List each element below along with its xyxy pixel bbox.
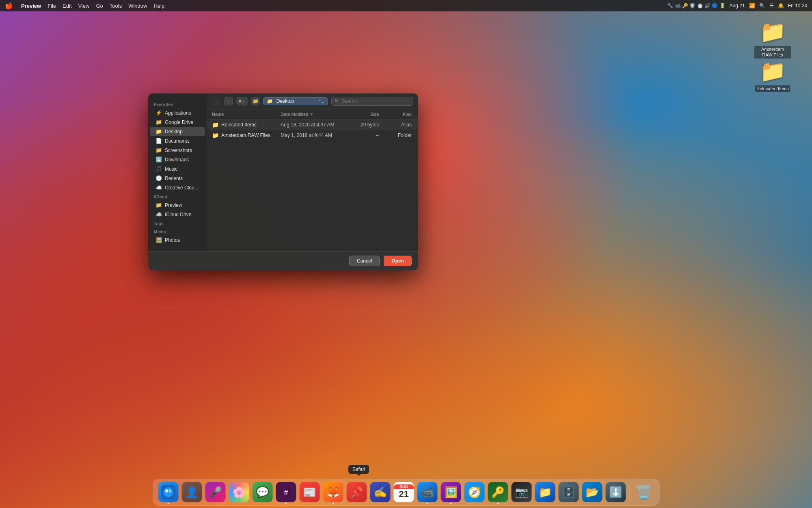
folder-path-icon: 📁: [253, 98, 259, 104]
dialog-toolbar: ‹ › ≡ ⌄ 📁 📁 Desktop ⌃⌄ 🔍: [207, 93, 418, 109]
dock-item-trash[interactable]: 🗑️: [633, 482, 654, 503]
downloads-icon: ⬇️: [155, 156, 162, 163]
dock-item-filerobot[interactable]: 📂: [582, 482, 603, 503]
column-size[interactable]: Size: [346, 112, 379, 117]
dock-item-safari[interactable]: 🧭: [464, 482, 485, 503]
sidebar-item-icloud-drive[interactable]: ☁️ iCloud Drive: [150, 210, 205, 219]
sidebar-item-applications[interactable]: ⚡ Applications: [150, 108, 205, 117]
amsterdam-folder-icon: 📁: [760, 20, 786, 44]
apple-menu[interactable]: 🍎: [5, 2, 13, 10]
sidebar-item-downloads[interactable]: ⬇️ Downloads: [150, 155, 205, 164]
calendar-icon: AUG 21: [394, 482, 414, 502]
dock-item-downloader[interactable]: ⬇️: [605, 482, 626, 503]
menubar: 🍎 Preview File Edit View Go Tools Window…: [0, 0, 812, 11]
column-date-modified[interactable]: Date Modified ▼: [277, 112, 346, 117]
svg-text:#: #: [284, 488, 288, 497]
open-button[interactable]: Open: [384, 256, 412, 266]
dock-item-firefox[interactable]: 🦊: [323, 482, 344, 503]
dropdown-chevron-icon: ⌃⌄: [318, 99, 324, 104]
menubar-file[interactable]: File: [48, 3, 56, 9]
sidebar-recents-label: Recents: [165, 176, 183, 181]
sidebar-music-label: Music: [165, 166, 177, 172]
dock-item-contacts[interactable]: 👤: [181, 482, 203, 503]
menubar-search-icon[interactable]: 🔍: [759, 3, 765, 9]
menubar-wifi-icon: 📶: [749, 3, 755, 9]
dock-item-photos[interactable]: 🌸: [229, 482, 250, 503]
preview-dock-icon: 🖼️: [441, 482, 461, 502]
dock-item-darkroom[interactable]: 📷: [511, 482, 532, 503]
dock-item-files[interactable]: 📁: [535, 482, 556, 503]
dock-item-preview[interactable]: 🖼️: [441, 482, 462, 503]
sidebar-item-screenshots[interactable]: 📁 Screenshots: [150, 145, 205, 155]
list-view-icon: ≡: [239, 99, 241, 104]
menubar-help[interactable]: Help: [153, 3, 164, 9]
dock-item-siri[interactable]: 🎤: [205, 482, 226, 503]
main-panel: ‹ › ≡ ⌄ 📁 📁 Desktop ⌃⌄ 🔍: [207, 93, 418, 251]
sidebar-item-recents[interactable]: 🕐 Recents: [150, 174, 205, 183]
back-button[interactable]: ‹: [212, 97, 221, 106]
search-icon: 🔍: [334, 99, 340, 104]
show-path-button[interactable]: 📁: [251, 97, 260, 106]
dock-item-taiko[interactable]: ✍️: [370, 482, 391, 503]
menubar-go[interactable]: Go: [96, 3, 103, 9]
dock-item-calendar[interactable]: AUG 21: [393, 482, 415, 503]
file-list-empty-space: [207, 141, 418, 222]
file-row-amsterdam[interactable]: 📁 Amsterdam RAW Files May 1, 2018 at 9:4…: [207, 130, 418, 141]
dock-item-slack[interactable]: #: [276, 482, 297, 503]
view-button[interactable]: ≡ ⌄: [236, 97, 248, 106]
dock-item-1password[interactable]: 🔑: [488, 482, 509, 503]
sidebar-item-desktop[interactable]: 📁 Desktop: [150, 127, 205, 136]
file-row-relocated-items[interactable]: 📁 Relocated Items Aug 18, 2020 at 4:37 A…: [207, 119, 418, 130]
search-input[interactable]: [331, 97, 413, 106]
menubar-tools[interactable]: Tools: [110, 3, 122, 9]
menubar-time: Fri 10:24: [788, 3, 807, 9]
sidebar-tags-label: Tags: [148, 219, 207, 227]
dock-item-news[interactable]: 📰: [299, 482, 320, 503]
desktop-icon-relocated[interactable]: 📁 Relocated Items: [754, 59, 791, 92]
contacts-icon: 👤: [182, 482, 202, 502]
location-dropdown[interactable]: 📁 Desktop ⌃⌄: [263, 97, 328, 105]
dock-item-pockity[interactable]: 📌: [346, 482, 367, 503]
amsterdam-folder-label: Amsterdam RAW Files: [754, 46, 791, 59]
sidebar-item-photos[interactable]: 🖼️ Photos: [150, 235, 205, 245]
menubar-edit[interactable]: Edit: [63, 3, 71, 9]
dock: 👤 🎤 🌸 💬 # 📰 🦊 📌 ✍️ AUG 21: [153, 479, 660, 506]
photos-dock-icon: 🌸: [229, 482, 249, 502]
cancel-button[interactable]: Cancel: [349, 256, 380, 266]
sidebar-item-preview[interactable]: 📁 Preview: [150, 200, 205, 210]
pockity-icon: 📌: [347, 482, 367, 502]
sidebar-downloads-label: Downloads: [165, 157, 189, 163]
file-size-relocated: 29 bytes: [346, 122, 379, 128]
sequel-icon: 🗄️: [559, 482, 579, 502]
recents-icon: 🕐: [155, 175, 162, 181]
sidebar-documents-label: Documents: [165, 138, 190, 144]
menubar-notifications[interactable]: 🔔: [778, 3, 784, 9]
applications-icon: ⚡: [155, 110, 162, 116]
desktop-icon-amsterdam[interactable]: 📁 Amsterdam RAW Files: [754, 20, 791, 59]
file-open-dialog: Favorites ⚡ Applications 📁 Google Drive …: [148, 93, 418, 270]
forward-button[interactable]: ›: [224, 97, 233, 106]
menubar-window[interactable]: Window: [128, 3, 147, 9]
menubar-control-center[interactable]: ☰: [769, 3, 774, 9]
firefox-icon: 🦊: [323, 482, 343, 502]
messages-icon: 💬: [253, 482, 273, 502]
dock-item-zoom[interactable]: 📹: [417, 482, 438, 503]
dock-item-finder[interactable]: [158, 482, 179, 503]
menubar-app-name[interactable]: Preview: [21, 3, 41, 9]
dialog-content: Favorites ⚡ Applications 📁 Google Drive …: [148, 93, 418, 251]
documents-icon: 📄: [155, 138, 162, 144]
column-name[interactable]: Name: [212, 112, 277, 117]
sidebar-item-google-drive[interactable]: 📁 Google Drive: [150, 117, 205, 127]
dock-item-sequel[interactable]: 🗄️: [558, 482, 579, 503]
sidebar-item-music[interactable]: 🎵 Music: [150, 164, 205, 174]
sidebar-icloud-drive-label: iCloud Drive: [165, 212, 191, 217]
sidebar-item-documents[interactable]: 📄 Documents: [150, 136, 205, 145]
menubar-view[interactable]: View: [78, 3, 90, 9]
dock-item-messages[interactable]: 💬: [252, 482, 273, 503]
file-list-header: Name Date Modified ▼ Size Kind: [207, 109, 418, 119]
column-kind[interactable]: Kind: [379, 112, 413, 117]
location-name: Desktop: [276, 98, 294, 104]
menubar-left: 🍎 Preview File Edit View Go Tools Window…: [5, 2, 164, 10]
location-folder-icon: 📁: [267, 98, 273, 104]
sidebar-item-creative-cloud[interactable]: ☁️ Creative Clou...: [150, 183, 205, 192]
